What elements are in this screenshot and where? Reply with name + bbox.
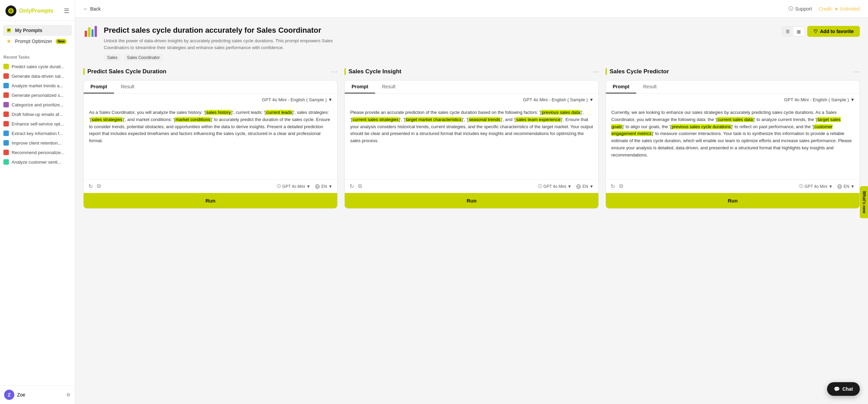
whats-new-tab[interactable]: What's new bbox=[860, 186, 868, 218]
refresh-icon[interactable]: ↻ bbox=[88, 183, 93, 190]
footer-lang-badge[interactable]: EN ▼ bbox=[315, 184, 332, 189]
chevron-down-icon: ▼ bbox=[328, 184, 332, 189]
back-label: Back bbox=[90, 6, 101, 12]
highlighted-variable: previous sales cycle durations bbox=[671, 124, 731, 129]
refresh-icon[interactable]: ↻ bbox=[611, 183, 615, 190]
copy-icon[interactable]: ⧉ bbox=[97, 183, 101, 190]
svg-text:O: O bbox=[10, 9, 12, 13]
prompt-footer: ↻ ⧉ ⓘ GPT 4o Mini ▼ EN ▼ bbox=[345, 179, 598, 193]
hamburger-menu[interactable]: ☰ bbox=[64, 7, 69, 15]
chevron-down-icon: ▼ bbox=[850, 97, 855, 102]
model-selector: GPT 4o Mini - English ( Sample ) ▼ bbox=[345, 94, 598, 104]
sidebar-recent-item[interactable]: Categorize and prioritize... bbox=[0, 100, 75, 109]
grid-view-button[interactable]: ▦ bbox=[793, 27, 804, 36]
column-title: Sales Cycle Predictor bbox=[610, 68, 851, 75]
column-title: Predict Sales Cycle Duration bbox=[87, 68, 329, 75]
sidebar-recent-item[interactable]: Predict sales cycle durati... bbox=[0, 62, 75, 71]
footer-model-badge[interactable]: ⓘ GPT 4o Mini ▼ bbox=[799, 183, 833, 189]
logo-text: OnlyPrompts bbox=[19, 8, 53, 14]
view-toggle: ☰ ▦ bbox=[782, 27, 805, 36]
model-select-dropdown[interactable]: GPT 4o Mini - English ( Sample ) ▼ bbox=[262, 97, 332, 102]
highlighted-variable: sales history bbox=[206, 110, 231, 115]
footer-lang-badge[interactable]: EN ▼ bbox=[837, 184, 855, 189]
sidebar-item-my-prompts[interactable]: My Prompts bbox=[3, 25, 72, 36]
column-header: Predict Sales Cycle Duration ⋯ bbox=[83, 68, 338, 75]
highlighted-variable: target market characteristics bbox=[405, 117, 462, 122]
column-menu-icon[interactable]: ⋯ bbox=[854, 68, 860, 75]
column-accent bbox=[606, 68, 607, 75]
page-tags: SalesSales Coordinator bbox=[104, 54, 343, 61]
model-select-dropdown[interactable]: GPT 4o Mini - English ( Sample ) ▼ bbox=[523, 97, 594, 102]
footer-lang-badge[interactable]: EN ▼ bbox=[576, 184, 594, 189]
tab-result[interactable]: Result bbox=[636, 80, 664, 93]
run-button[interactable]: Run bbox=[345, 193, 598, 208]
page-header: Predict sales cycle duration accurately … bbox=[83, 26, 860, 61]
tab-result[interactable]: Result bbox=[114, 80, 141, 93]
prompt-footer: ↻ ⧉ ⓘ GPT 4o Mini ▼ EN ▼ bbox=[606, 179, 859, 193]
copy-icon[interactable]: ⧉ bbox=[619, 183, 623, 190]
sidebar: O OnlyPrompts ☰ My Prompts Prompt Optimi… bbox=[0, 0, 75, 404]
sidebar-recent-item[interactable]: Analyze customer senti... bbox=[0, 157, 75, 167]
chat-icon: 💬 bbox=[834, 386, 840, 392]
prompt-column: Predict Sales Cycle Duration ⋯ PromptRes… bbox=[83, 68, 338, 209]
highlighted-variable: current sales data bbox=[717, 117, 753, 122]
column-accent bbox=[344, 68, 346, 75]
topbar-right: ⓘ Support Credit: ★ Unlimited bbox=[788, 6, 860, 12]
page-tag[interactable]: Sales Coordinator bbox=[124, 54, 163, 61]
model-select-dropdown[interactable]: GPT 4o Mini - English ( Sample ) ▼ bbox=[784, 97, 855, 102]
footer-left: ↻ ⧉ bbox=[350, 183, 362, 190]
footer-right: ⓘ GPT 4o Mini ▼ EN ▼ bbox=[277, 183, 332, 189]
tab-prompt[interactable]: Prompt bbox=[345, 80, 375, 93]
sidebar-recent-item[interactable]: Draft follow-up emails af... bbox=[0, 109, 75, 119]
page-description: Unlock the power of data-driven insights… bbox=[104, 38, 343, 51]
footer-right: ⓘ GPT 4o Mini ▼ EN ▼ bbox=[538, 183, 594, 189]
column-menu-icon[interactable]: ⋯ bbox=[331, 68, 338, 75]
prompt-card: PromptResultGPT 4o Mini - English ( Samp… bbox=[606, 80, 860, 209]
chevron-down-icon: ▼ bbox=[851, 184, 855, 189]
model-selector: GPT 4o Mini - English ( Sample ) ▼ bbox=[84, 94, 337, 104]
sidebar-recent-item[interactable]: Enhance self-service opt... bbox=[0, 119, 75, 129]
column-menu-icon[interactable]: ⋯ bbox=[593, 68, 599, 75]
back-button[interactable]: ← Back bbox=[83, 6, 101, 12]
prompt-tabs: PromptResult bbox=[606, 80, 859, 94]
chat-bubble[interactable]: 💬 Chat bbox=[827, 382, 860, 396]
page-tag[interactable]: Sales bbox=[104, 54, 121, 61]
run-button[interactable]: Run bbox=[606, 193, 859, 208]
sidebar-recent-item[interactable]: Analyze market trends a... bbox=[0, 81, 75, 90]
tab-result[interactable]: Result bbox=[375, 80, 402, 93]
footer-model-badge[interactable]: ⓘ GPT 4o Mini ▼ bbox=[277, 183, 310, 189]
globe-icon bbox=[576, 184, 581, 189]
prompt-card: PromptResultGPT 4o Mini - English ( Samp… bbox=[83, 80, 338, 209]
settings-icon[interactable]: ⚙ bbox=[66, 392, 71, 398]
prompt-tabs: PromptResult bbox=[84, 80, 337, 94]
sidebar-recent-item[interactable]: Generate personalized s... bbox=[0, 90, 75, 100]
list-view-button[interactable]: ☰ bbox=[782, 27, 793, 36]
topbar: ← Back ⓘ Support Credit: ★ Unlimited bbox=[75, 0, 868, 18]
prompt-optimizer-label: Prompt Optimizer bbox=[15, 39, 52, 44]
add-favorite-button[interactable]: ♡ Add to favorite bbox=[807, 26, 860, 37]
page-header-actions: ☰ ▦ ♡ Add to favorite bbox=[782, 26, 860, 37]
svg-rect-4 bbox=[8, 30, 10, 31]
sidebar-recent-item[interactable]: Improve client retention... bbox=[0, 138, 75, 148]
refresh-icon[interactable]: ↻ bbox=[350, 183, 354, 190]
tab-prompt[interactable]: Prompt bbox=[84, 80, 114, 93]
tab-prompt[interactable]: Prompt bbox=[606, 80, 636, 93]
footer-model-badge[interactable]: ⓘ GPT 4o Mini ▼ bbox=[538, 183, 571, 189]
model-icon: ⓘ bbox=[538, 183, 542, 189]
logo-icon: O bbox=[5, 5, 16, 16]
footer-left: ↻ ⧉ bbox=[611, 183, 623, 190]
chevron-down-icon: ▼ bbox=[568, 184, 572, 189]
sidebar-item-prompt-optimizer[interactable]: Prompt Optimizer New bbox=[3, 36, 72, 47]
add-favorite-label: Add to favorite bbox=[820, 29, 854, 34]
highlighted-variable: previous sales data bbox=[541, 110, 580, 115]
sidebar-recent-item[interactable]: Recommend personalize... bbox=[0, 148, 75, 157]
support-link[interactable]: ⓘ Support bbox=[788, 6, 812, 12]
copy-icon[interactable]: ⧉ bbox=[358, 183, 362, 190]
avatar: Z bbox=[4, 390, 14, 400]
prompt-body: Please provide an accurate prediction of… bbox=[345, 104, 598, 179]
my-prompts-label: My Prompts bbox=[15, 28, 42, 33]
sidebar-recent-item[interactable]: Extract key information f... bbox=[0, 129, 75, 138]
chevron-down-icon: ▼ bbox=[307, 184, 311, 189]
run-button[interactable]: Run bbox=[84, 193, 337, 208]
sidebar-recent-item[interactable]: Generate data-driven sal... bbox=[0, 71, 75, 81]
